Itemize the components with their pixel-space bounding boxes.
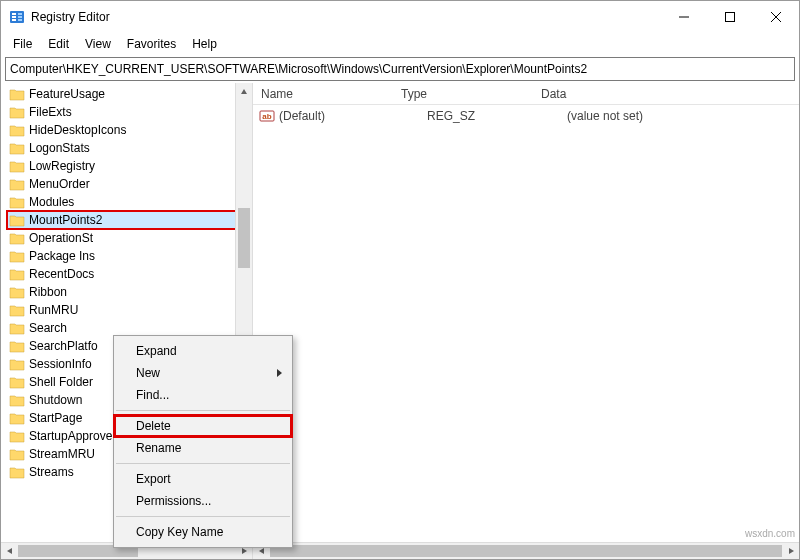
tree-item[interactable]: RecentDocs <box>7 265 252 283</box>
scroll-up-button[interactable] <box>236 83 252 100</box>
folder-icon <box>9 177 25 191</box>
tree-item-label: MountPoints2 <box>29 213 102 227</box>
minimize-button[interactable] <box>661 1 707 33</box>
string-value-icon: ab <box>259 108 275 124</box>
folder-icon <box>9 429 25 443</box>
column-header-type[interactable]: Type <box>393 87 533 101</box>
registry-editor-window: Registry Editor File Edit View Favorites… <box>0 0 800 560</box>
address-path: Computer\HKEY_CURRENT_USER\SOFTWARE\Micr… <box>10 62 587 76</box>
context-menu-item-copykeyname[interactable]: Copy Key Name <box>114 521 292 543</box>
window-controls <box>661 1 799 33</box>
values-hscroll-track[interactable] <box>270 543 782 559</box>
svg-rect-3 <box>12 19 16 21</box>
menu-favorites[interactable]: Favorites <box>119 35 184 53</box>
menubar: File Edit View Favorites Help <box>1 33 799 55</box>
svg-rect-8 <box>726 13 735 22</box>
values-scroll-right-button[interactable] <box>782 543 799 559</box>
context-menu-item-find[interactable]: Find... <box>114 384 292 406</box>
tree-item[interactable]: LowRegistry <box>7 157 252 175</box>
column-header-data[interactable]: Data <box>533 87 799 101</box>
folder-icon <box>9 231 25 245</box>
svg-rect-2 <box>12 16 16 18</box>
svg-marker-14 <box>242 548 247 554</box>
tree-item-label: Shutdown <box>29 393 82 407</box>
tree-vscroll-thumb[interactable] <box>238 208 250 268</box>
value-row[interactable]: ab (Default) REG_SZ (value not set) <box>253 107 799 125</box>
folder-icon <box>9 321 25 335</box>
context-menu-separator <box>116 410 290 411</box>
tree-item-label: LogonStats <box>29 141 90 155</box>
tree-item-label: Search <box>29 321 67 335</box>
svg-rect-1 <box>12 13 16 15</box>
context-menu: ExpandNewFind...DeleteRenameExportPermis… <box>113 335 293 548</box>
folder-icon <box>9 213 25 227</box>
folder-icon <box>9 465 25 479</box>
value-name: (Default) <box>279 109 419 123</box>
svg-rect-6 <box>18 19 22 21</box>
folder-icon <box>9 285 25 299</box>
tree-item-label: Streams <box>29 465 74 479</box>
values-hscroll-thumb[interactable] <box>270 545 782 557</box>
tree-item-label: RecentDocs <box>29 267 94 281</box>
svg-marker-11 <box>241 89 247 94</box>
folder-icon <box>9 339 25 353</box>
tree-item-label: MenuOrder <box>29 177 90 191</box>
folder-icon <box>9 447 25 461</box>
svg-text:ab: ab <box>262 112 271 121</box>
menu-view[interactable]: View <box>77 35 119 53</box>
tree-item-label: SessionInfo <box>29 357 92 371</box>
column-header-name[interactable]: Name <box>253 87 393 101</box>
tree-item[interactable]: Ribbon <box>7 283 252 301</box>
folder-icon <box>9 249 25 263</box>
values-hscrollbar[interactable] <box>253 542 799 559</box>
column-headers: Name Type Data <box>253 83 799 105</box>
tree-item-label: StartupApproved <box>29 429 119 443</box>
tree-item[interactable]: MenuOrder <box>7 175 252 193</box>
menu-help[interactable]: Help <box>184 35 225 53</box>
tree-item-label: FileExts <box>29 105 72 119</box>
tree-item[interactable]: MountPoints2 <box>7 211 252 229</box>
folder-icon <box>9 123 25 137</box>
context-menu-item-delete[interactable]: Delete <box>114 415 292 437</box>
tree-item-label: LowRegistry <box>29 159 95 173</box>
tree-item[interactable]: Modules <box>7 193 252 211</box>
context-menu-item-permissions[interactable]: Permissions... <box>114 490 292 512</box>
svg-marker-18 <box>789 548 794 554</box>
menu-file[interactable]: File <box>5 35 40 53</box>
folder-icon <box>9 267 25 281</box>
menu-edit[interactable]: Edit <box>40 35 77 53</box>
titlebar: Registry Editor <box>1 1 799 33</box>
values-list[interactable]: ab (Default) REG_SZ (value not set) <box>253 105 799 542</box>
tree-item[interactable]: RunMRU <box>7 301 252 319</box>
context-menu-separator <box>116 463 290 464</box>
tree-item[interactable]: FeatureUsage <box>7 85 252 103</box>
context-menu-item-expand[interactable]: Expand <box>114 340 292 362</box>
tree-item[interactable]: FileExts <box>7 103 252 121</box>
context-menu-item-new[interactable]: New <box>114 362 292 384</box>
tree-item[interactable]: Package Ins <box>7 247 252 265</box>
folder-icon <box>9 195 25 209</box>
folder-icon <box>9 105 25 119</box>
folder-icon <box>9 141 25 155</box>
value-type: REG_SZ <box>419 109 559 123</box>
tree-item[interactable]: OperationSt <box>7 229 252 247</box>
svg-rect-5 <box>18 16 22 18</box>
tree-item-label: Modules <box>29 195 74 209</box>
svg-marker-13 <box>7 548 12 554</box>
maximize-button[interactable] <box>707 1 753 33</box>
address-bar[interactable]: Computer\HKEY_CURRENT_USER\SOFTWARE\Micr… <box>5 57 795 81</box>
tree-item[interactable]: HideDesktopIcons <box>7 121 252 139</box>
folder-icon <box>9 393 25 407</box>
close-button[interactable] <box>753 1 799 33</box>
context-menu-item-rename[interactable]: Rename <box>114 437 292 459</box>
folder-icon <box>9 375 25 389</box>
context-menu-separator <box>116 516 290 517</box>
tree-item-label: RunMRU <box>29 303 78 317</box>
svg-marker-17 <box>259 548 264 554</box>
context-menu-item-export[interactable]: Export <box>114 468 292 490</box>
tree-item[interactable]: LogonStats <box>7 139 252 157</box>
tree-item-label: SearchPlatfo <box>29 339 98 353</box>
tree-item-label: FeatureUsage <box>29 87 105 101</box>
tree-item-label: OperationSt <box>29 231 93 245</box>
scroll-left-button[interactable] <box>1 543 18 559</box>
